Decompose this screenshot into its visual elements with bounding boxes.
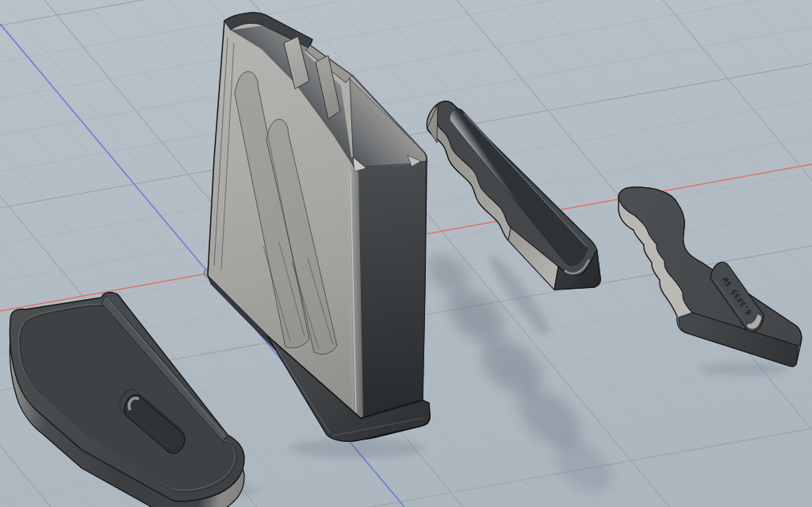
- magazine-right-face: [357, 161, 426, 419]
- cad-viewport[interactable]: 6.5X55 SW: [0, 0, 812, 507]
- viewport-canvas[interactable]: 6.5X55 SW: [0, 0, 812, 507]
